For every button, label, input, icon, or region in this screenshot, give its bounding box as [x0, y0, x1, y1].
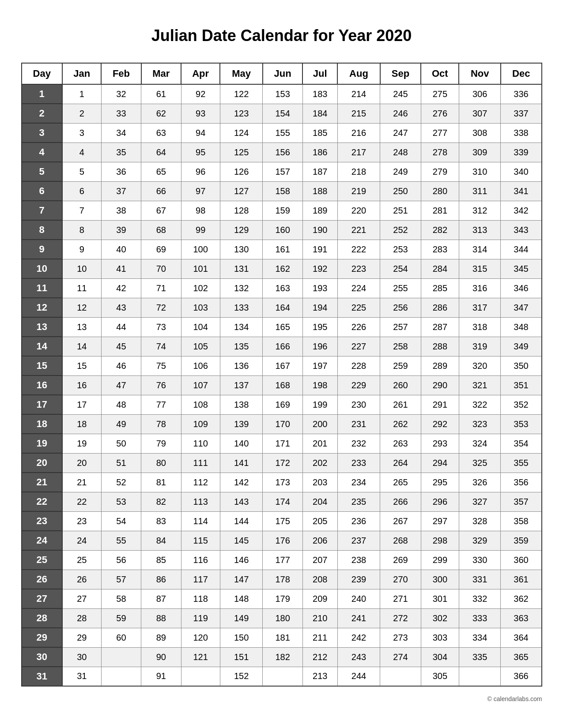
cell-aug-10: 223	[337, 259, 380, 278]
cell-oct-30: 304	[421, 647, 459, 667]
cell-oct-13: 287	[421, 317, 459, 337]
cell-jun-5: 157	[263, 162, 302, 181]
cell-apr-27: 118	[181, 589, 220, 608]
cell-may-28: 149	[220, 608, 263, 628]
cell-apr-26: 117	[181, 570, 220, 589]
table-row: 88396899129160190221252282313343	[22, 220, 542, 240]
cell-mar-20: 80	[141, 453, 181, 473]
col-header-aug: Aug	[337, 63, 380, 84]
cell-may-9: 130	[220, 240, 263, 259]
cell-may-10: 131	[220, 259, 263, 278]
cell-feb-20: 51	[101, 453, 141, 473]
cell-may-6: 127	[220, 181, 263, 201]
col-header-jul: Jul	[302, 63, 337, 84]
cell-dec-25: 360	[501, 550, 542, 570]
cell-jul-17: 199	[302, 395, 337, 414]
cell-jun-25: 177	[263, 550, 302, 570]
cell-aug-24: 237	[337, 531, 380, 550]
cell-jun-1: 153	[263, 84, 302, 104]
cell-feb-28: 59	[101, 608, 141, 628]
cell-oct-23: 297	[421, 511, 459, 531]
col-header-jun: Jun	[263, 63, 302, 84]
cell-nov-6: 311	[459, 181, 501, 201]
cell-dec-9: 344	[501, 240, 542, 259]
table-row: 14144574105135166196227258288319349	[22, 337, 542, 356]
cell-feb-24: 55	[101, 531, 141, 550]
cell-mar-4: 64	[141, 143, 181, 162]
cell-may-30: 151	[220, 647, 263, 667]
cell-aug-1: 214	[337, 84, 380, 104]
cell-feb-2: 33	[101, 104, 141, 123]
cell-apr-16: 107	[181, 375, 220, 395]
cell-jul-19: 201	[302, 434, 337, 453]
cell-sep-5: 249	[380, 162, 421, 181]
cell-nov-17: 322	[459, 395, 501, 414]
cell-jun-9: 161	[263, 240, 302, 259]
cell-jul-31: 213	[302, 667, 337, 686]
cell-aug-11: 224	[337, 278, 380, 298]
cell-jun-31	[263, 667, 302, 686]
cell-day-3: 3	[22, 123, 62, 143]
table-row: 13134473104134165195226257287318348	[22, 317, 542, 337]
cell-jul-11: 193	[302, 278, 337, 298]
cell-aug-6: 219	[337, 181, 380, 201]
cell-feb-11: 42	[101, 278, 141, 298]
table-body: 1132619212215318321424527530633622336293…	[22, 84, 542, 686]
cell-dec-10: 345	[501, 259, 542, 278]
cell-oct-9: 283	[421, 240, 459, 259]
cell-apr-30: 121	[181, 647, 220, 667]
cell-jun-15: 167	[263, 356, 302, 375]
cell-dec-16: 351	[501, 375, 542, 395]
cell-day-24: 24	[22, 531, 62, 550]
cell-aug-27: 240	[337, 589, 380, 608]
cell-aug-14: 227	[337, 337, 380, 356]
cell-sep-16: 260	[380, 375, 421, 395]
cell-day-9: 9	[22, 240, 62, 259]
cell-may-26: 147	[220, 570, 263, 589]
cell-aug-22: 235	[337, 492, 380, 511]
col-header-apr: Apr	[181, 63, 220, 84]
cell-oct-3: 277	[421, 123, 459, 143]
cell-jul-10: 192	[302, 259, 337, 278]
cell-mar-12: 72	[141, 298, 181, 317]
cell-jan-13: 13	[62, 317, 101, 337]
cell-sep-19: 263	[380, 434, 421, 453]
cell-jun-24: 176	[263, 531, 302, 550]
page-title: Julian Date Calendar for Year 2020	[151, 26, 412, 45]
cell-nov-10: 315	[459, 259, 501, 278]
cell-may-3: 124	[220, 123, 263, 143]
col-header-sep: Sep	[380, 63, 421, 84]
cell-apr-18: 109	[181, 414, 220, 434]
cell-jan-29: 29	[62, 628, 101, 647]
cell-dec-18: 353	[501, 414, 542, 434]
cell-dec-5: 340	[501, 162, 542, 181]
cell-jul-13: 195	[302, 317, 337, 337]
cell-feb-8: 39	[101, 220, 141, 240]
cell-apr-8: 99	[181, 220, 220, 240]
julian-date-table: DayJanFebMarAprMayJunJulAugSepOctNovDec …	[21, 63, 542, 687]
cell-jul-25: 207	[302, 550, 337, 570]
cell-jun-11: 163	[263, 278, 302, 298]
cell-aug-31: 244	[337, 667, 380, 686]
col-header-oct: Oct	[421, 63, 459, 84]
cell-may-22: 143	[220, 492, 263, 511]
cell-jul-30: 212	[302, 647, 337, 667]
cell-jul-28: 210	[302, 608, 337, 628]
cell-feb-23: 54	[101, 511, 141, 531]
cell-dec-24: 359	[501, 531, 542, 550]
table-row: 16164776107137168198229260290321351	[22, 375, 542, 395]
cell-nov-21: 326	[459, 473, 501, 492]
cell-sep-14: 258	[380, 337, 421, 356]
table-row: 66376697127158188219250280311341	[22, 181, 542, 201]
cell-may-8: 129	[220, 220, 263, 240]
cell-jul-18: 200	[302, 414, 337, 434]
cell-jun-26: 178	[263, 570, 302, 589]
cell-sep-10: 254	[380, 259, 421, 278]
cell-day-14: 14	[22, 337, 62, 356]
cell-apr-22: 113	[181, 492, 220, 511]
table-row: 303090121151182212243274304335365	[22, 647, 542, 667]
cell-dec-23: 358	[501, 511, 542, 531]
cell-day-22: 22	[22, 492, 62, 511]
cell-may-15: 136	[220, 356, 263, 375]
cell-day-16: 16	[22, 375, 62, 395]
